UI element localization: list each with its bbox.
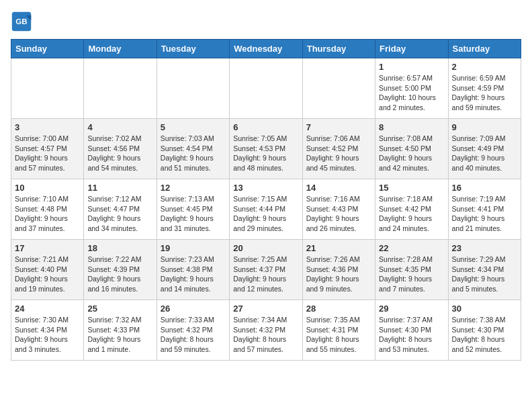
calendar-cell: 22Sunrise: 7:28 AM Sunset: 4:35 PM Dayli…	[375, 240, 448, 300]
column-header-friday: Friday	[375, 40, 448, 58]
day-number: 11	[87, 183, 152, 193]
day-number: 7	[306, 122, 371, 132]
day-info: Sunrise: 7:29 AM Sunset: 4:34 PM Dayligh…	[452, 255, 517, 294]
day-info: Sunrise: 7:26 AM Sunset: 4:36 PM Dayligh…	[306, 255, 371, 294]
calendar-cell: 18Sunrise: 7:22 AM Sunset: 4:39 PM Dayli…	[84, 240, 157, 300]
calendar-cell	[11, 58, 84, 119]
day-number: 9	[452, 122, 517, 132]
day-number: 6	[233, 122, 298, 132]
column-header-saturday: Saturday	[448, 40, 521, 58]
day-info: Sunrise: 7:25 AM Sunset: 4:37 PM Dayligh…	[233, 255, 298, 294]
calendar-cell: 14Sunrise: 7:16 AM Sunset: 4:43 PM Dayli…	[302, 179, 375, 240]
day-info: Sunrise: 7:10 AM Sunset: 4:48 PM Dayligh…	[15, 194, 80, 234]
day-info: Sunrise: 7:03 AM Sunset: 4:54 PM Dayligh…	[161, 134, 226, 173]
calendar-cell: 2Sunrise: 6:59 AM Sunset: 4:59 PM Daylig…	[448, 58, 521, 119]
day-number: 25	[87, 304, 152, 314]
column-header-thursday: Thursday	[302, 40, 375, 58]
day-number: 22	[379, 243, 444, 253]
day-info: Sunrise: 6:57 AM Sunset: 5:00 PM Dayligh…	[379, 73, 444, 113]
header: GB	[11, 11, 521, 32]
column-header-sunday: Sunday	[11, 40, 84, 58]
day-number: 5	[161, 122, 226, 132]
week-row-3: 10Sunrise: 7:10 AM Sunset: 4:48 PM Dayli…	[11, 179, 521, 240]
calendar-cell: 11Sunrise: 7:12 AM Sunset: 4:47 PM Dayli…	[84, 179, 157, 240]
day-number: 28	[306, 304, 371, 314]
day-number: 26	[161, 304, 226, 314]
calendar-cell: 5Sunrise: 7:03 AM Sunset: 4:54 PM Daylig…	[157, 119, 229, 179]
calendar-cell	[84, 58, 157, 119]
svg-text:GB: GB	[15, 17, 27, 26]
day-number: 16	[452, 183, 517, 193]
calendar-cell: 8Sunrise: 7:08 AM Sunset: 4:50 PM Daylig…	[375, 119, 448, 179]
calendar-cell: 3Sunrise: 7:00 AM Sunset: 4:57 PM Daylig…	[11, 119, 84, 179]
day-number: 4	[87, 122, 152, 132]
day-info: Sunrise: 7:23 AM Sunset: 4:38 PM Dayligh…	[161, 255, 226, 294]
day-number: 18	[87, 243, 152, 253]
day-number: 3	[15, 122, 80, 132]
day-info: Sunrise: 7:02 AM Sunset: 4:56 PM Dayligh…	[87, 134, 152, 173]
day-number: 2	[452, 62, 517, 72]
calendar-cell: 21Sunrise: 7:26 AM Sunset: 4:36 PM Dayli…	[302, 240, 375, 300]
day-info: Sunrise: 7:13 AM Sunset: 4:45 PM Dayligh…	[161, 194, 226, 234]
day-info: Sunrise: 7:28 AM Sunset: 4:35 PM Dayligh…	[379, 255, 444, 294]
day-info: Sunrise: 7:37 AM Sunset: 4:30 PM Dayligh…	[379, 315, 444, 355]
calendar-cell: 26Sunrise: 7:33 AM Sunset: 4:32 PM Dayli…	[157, 300, 229, 361]
day-number: 15	[379, 183, 444, 193]
day-number: 29	[379, 304, 444, 314]
week-row-4: 17Sunrise: 7:21 AM Sunset: 4:40 PM Dayli…	[11, 240, 521, 300]
calendar-cell: 30Sunrise: 7:38 AM Sunset: 4:30 PM Dayli…	[448, 300, 521, 361]
day-number: 1	[379, 62, 444, 72]
day-info: Sunrise: 7:38 AM Sunset: 4:30 PM Dayligh…	[452, 315, 517, 355]
column-header-monday: Monday	[84, 40, 157, 58]
day-number: 13	[233, 183, 298, 193]
calendar-cell: 20Sunrise: 7:25 AM Sunset: 4:37 PM Dayli…	[230, 240, 302, 300]
day-info: Sunrise: 7:08 AM Sunset: 4:50 PM Dayligh…	[379, 134, 444, 173]
calendar-cell: 1Sunrise: 6:57 AM Sunset: 5:00 PM Daylig…	[375, 58, 448, 119]
day-number: 17	[15, 243, 80, 253]
calendar-cell	[157, 58, 229, 119]
calendar-cell	[302, 58, 375, 119]
calendar-cell: 17Sunrise: 7:21 AM Sunset: 4:40 PM Dayli…	[11, 240, 84, 300]
day-info: Sunrise: 7:18 AM Sunset: 4:42 PM Dayligh…	[379, 194, 444, 234]
day-info: Sunrise: 7:00 AM Sunset: 4:57 PM Dayligh…	[15, 134, 80, 173]
logo: GB	[11, 11, 35, 32]
calendar-cell: 13Sunrise: 7:15 AM Sunset: 4:44 PM Dayli…	[230, 179, 302, 240]
calendar-cell: 24Sunrise: 7:30 AM Sunset: 4:34 PM Dayli…	[11, 300, 84, 361]
day-number: 20	[233, 243, 298, 253]
day-info: Sunrise: 7:32 AM Sunset: 4:33 PM Dayligh…	[87, 315, 152, 355]
calendar-table: SundayMondayTuesdayWednesdayThursdayFrid…	[11, 39, 521, 361]
day-number: 12	[161, 183, 226, 193]
day-info: Sunrise: 7:19 AM Sunset: 4:41 PM Dayligh…	[452, 194, 517, 234]
day-info: Sunrise: 7:21 AM Sunset: 4:40 PM Dayligh…	[15, 255, 80, 294]
day-number: 8	[379, 122, 444, 132]
day-info: Sunrise: 7:30 AM Sunset: 4:34 PM Dayligh…	[15, 315, 80, 355]
day-number: 14	[306, 183, 371, 193]
day-number: 19	[161, 243, 226, 253]
column-header-tuesday: Tuesday	[157, 40, 229, 58]
calendar-cell: 29Sunrise: 7:37 AM Sunset: 4:30 PM Dayli…	[375, 300, 448, 361]
day-number: 24	[15, 304, 80, 314]
calendar-cell: 16Sunrise: 7:19 AM Sunset: 4:41 PM Dayli…	[448, 179, 521, 240]
day-info: Sunrise: 7:09 AM Sunset: 4:49 PM Dayligh…	[452, 134, 517, 173]
calendar-cell: 4Sunrise: 7:02 AM Sunset: 4:56 PM Daylig…	[84, 119, 157, 179]
calendar-cell: 23Sunrise: 7:29 AM Sunset: 4:34 PM Dayli…	[448, 240, 521, 300]
day-info: Sunrise: 7:12 AM Sunset: 4:47 PM Dayligh…	[87, 194, 152, 234]
day-number: 21	[306, 243, 371, 253]
calendar-cell: 25Sunrise: 7:32 AM Sunset: 4:33 PM Dayli…	[84, 300, 157, 361]
calendar-cell: 15Sunrise: 7:18 AM Sunset: 4:42 PM Dayli…	[375, 179, 448, 240]
day-info: Sunrise: 7:15 AM Sunset: 4:44 PM Dayligh…	[233, 194, 298, 234]
day-number: 27	[233, 304, 298, 314]
calendar-cell: 12Sunrise: 7:13 AM Sunset: 4:45 PM Dayli…	[157, 179, 229, 240]
calendar-cell: 28Sunrise: 7:35 AM Sunset: 4:31 PM Dayli…	[302, 300, 375, 361]
day-number: 10	[15, 183, 80, 193]
day-number: 23	[452, 243, 517, 253]
calendar-cell: 7Sunrise: 7:06 AM Sunset: 4:52 PM Daylig…	[302, 119, 375, 179]
calendar-cell: 19Sunrise: 7:23 AM Sunset: 4:38 PM Dayli…	[157, 240, 229, 300]
day-info: Sunrise: 7:33 AM Sunset: 4:32 PM Dayligh…	[161, 315, 226, 355]
week-row-5: 24Sunrise: 7:30 AM Sunset: 4:34 PM Dayli…	[11, 300, 521, 361]
calendar-cell: 10Sunrise: 7:10 AM Sunset: 4:48 PM Dayli…	[11, 179, 84, 240]
column-header-wednesday: Wednesday	[230, 40, 302, 58]
day-info: Sunrise: 7:16 AM Sunset: 4:43 PM Dayligh…	[306, 194, 371, 234]
logo-icon: GB	[11, 11, 32, 32]
calendar-cell: 9Sunrise: 7:09 AM Sunset: 4:49 PM Daylig…	[448, 119, 521, 179]
